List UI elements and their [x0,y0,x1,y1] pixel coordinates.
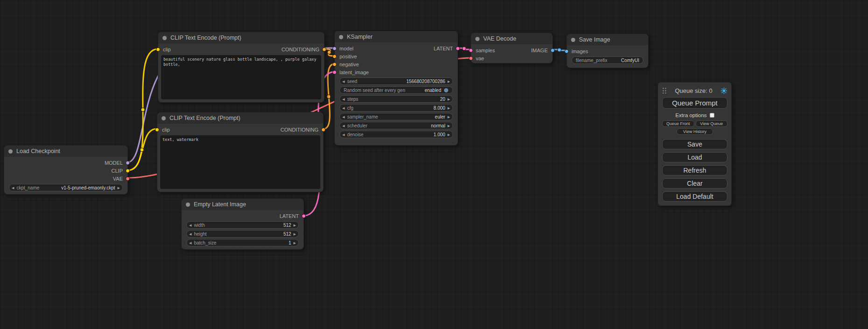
node-save-image[interactable]: Save Image images filename_prefix ComfyU… [566,34,649,68]
toggle-knob-icon[interactable] [444,88,449,93]
drag-handle-icon[interactable] [662,87,667,94]
node-load-checkpoint[interactable]: Load Checkpoint MODEL CLIP VAE ◀ ckpt_na… [4,145,128,195]
widget-random-seed-toggle[interactable]: Random seed after every gen enabled [339,86,453,94]
decrement-arrow-icon[interactable]: ◀ [342,106,345,110]
output-slot-latent[interactable] [302,214,306,218]
slot-row: clip CONDITIONING [157,126,323,133]
node-titlebar[interactable]: VAE Decode [471,33,552,44]
widget-batch-size[interactable]: ◀ batch_size 1 ▶ [186,239,299,246]
widget-seed[interactable]: ◀ seed 156680208700286 ▶ [339,77,453,85]
increment-arrow-icon[interactable]: ▶ [448,133,450,136]
decrement-arrow-icon[interactable]: ◀ [342,124,345,127]
slot-row: latent_image [335,68,458,76]
node-titlebar[interactable]: CLIP Text Encode (Prompt) [157,112,323,124]
increment-arrow-icon[interactable]: ▶ [448,124,450,127]
node-clip-text-encode-negative[interactable]: CLIP Text Encode (Prompt) clip CONDITION… [157,112,324,192]
collapse-toggle-icon[interactable] [571,38,575,42]
node-title: Load Checkpoint [16,148,60,154]
save-button[interactable]: Save [662,139,727,149]
decrement-arrow-icon[interactable]: ◀ [342,80,345,83]
input-label-positive: positive [339,54,357,59]
clear-button[interactable]: Clear [662,178,727,189]
collapse-toggle-icon[interactable] [339,35,343,39]
input-slot-latent-image[interactable] [332,70,337,74]
widget-height[interactable]: ◀ height 512 ▶ [186,230,299,238]
output-slot-vae[interactable] [126,176,130,181]
collapse-toggle-icon[interactable] [162,116,166,120]
input-slot-images[interactable] [565,49,569,53]
widget-label: denoise [347,132,363,137]
collapse-toggle-icon[interactable] [8,149,13,154]
collapse-toggle-icon[interactable] [162,36,167,40]
decrement-arrow-icon[interactable]: ◀ [189,224,191,227]
widget-scheduler[interactable]: ◀ scheduler normal ▶ [339,122,453,129]
widget-label: batch_size [194,240,216,245]
input-slot-positive[interactable] [332,54,337,58]
decrement-arrow-icon[interactable]: ◀ [189,241,191,245]
node-titlebar[interactable]: Save Image [567,34,648,45]
node-vae-decode[interactable]: VAE Decode samples IMAGE vae [471,33,553,63]
widget-cfg[interactable]: ◀ cfg 8.000 ▶ [339,104,453,112]
increment-arrow-icon[interactable]: ▶ [294,241,296,245]
extra-options-row: Extra options [662,112,727,119]
node-clip-text-encode-positive[interactable]: CLIP Text Encode (Prompt) clip CONDITION… [158,32,325,103]
extra-options-checkbox[interactable] [710,113,714,118]
prompt-textarea[interactable]: text, watermark [160,135,320,189]
output-slot-image[interactable] [550,48,555,52]
output-slot-model[interactable] [126,161,130,165]
queue-front-button[interactable]: Queue Front [662,120,694,127]
graph-canvas[interactable]: Load Checkpoint MODEL CLIP VAE ◀ ckpt_na… [0,0,868,329]
input-slot-vae[interactable] [469,56,473,60]
output-slot-latent[interactable] [456,46,460,50]
increment-arrow-icon[interactable]: ▶ [448,115,450,119]
increment-arrow-icon[interactable]: ▶ [448,80,450,83]
refresh-button[interactable]: Refresh [662,165,727,175]
node-ksampler[interactable]: KSampler model LATENT positive negative … [334,31,458,146]
increment-arrow-icon[interactable]: ▶ [294,232,296,236]
increment-arrow-icon[interactable]: ▶ [448,106,450,110]
node-titlebar[interactable]: Empty Latent Image [182,199,303,210]
slot-row: CLIP [4,167,127,175]
decrement-arrow-icon[interactable]: ◀ [189,232,191,236]
input-slot-model[interactable] [332,46,337,50]
view-history-button[interactable]: View History [677,128,713,135]
node-titlebar[interactable]: KSampler [335,31,458,42]
output-slot-clip[interactable] [126,168,130,173]
link-clip-negative [128,129,157,170]
widget-sampler-name[interactable]: ◀ sampler_name euler ▶ [339,113,453,120]
node-titlebar[interactable]: Load Checkpoint [4,146,127,157]
queue-prompt-button[interactable]: Queue Prompt [662,97,727,109]
increment-arrow-icon[interactable]: ▶ [294,224,296,227]
node-titlebar[interactable]: CLIP Text Encode (Prompt) [158,32,324,43]
output-slot-conditioning[interactable] [321,127,325,132]
decrement-arrow-icon[interactable]: ◀ [12,186,14,189]
link-midpoint-dot [140,148,144,152]
increment-arrow-icon[interactable]: ▶ [448,98,450,101]
widget-filename-prefix[interactable]: filename_prefix ComfyUI [572,56,643,64]
output-slot-conditioning[interactable] [322,47,326,51]
queue-panel: Queue size: 0 Queue Prompt Extra options… [658,82,732,206]
increment-arrow-icon[interactable]: ▶ [118,186,120,189]
decrement-arrow-icon[interactable]: ◀ [342,98,345,101]
widget-denoise[interactable]: ◀ denoise 1.000 ▶ [339,131,453,138]
widget-ckpt-name[interactable]: ◀ ckpt_name v1-5-pruned-emaonly.ckpt ▶ [9,184,123,191]
collapse-toggle-icon[interactable] [186,203,190,207]
widget-value: normal [431,123,445,128]
widget-steps[interactable]: ◀ steps 20 ▶ [339,95,453,103]
decrement-arrow-icon[interactable]: ◀ [342,115,345,119]
settings-gear-icon[interactable] [720,87,727,94]
slot-row: images [567,47,648,55]
input-slot-negative[interactable] [332,62,337,66]
prompt-textarea[interactable]: beautiful scenery nature glass bottle la… [161,55,321,99]
load-default-button[interactable]: Load Default [662,191,727,202]
load-button[interactable]: Load [662,152,727,162]
widget-width[interactable]: ◀ width 512 ▶ [186,221,299,229]
decrement-arrow-icon[interactable]: ◀ [342,133,345,136]
collapse-toggle-icon[interactable] [475,37,480,41]
view-queue-button[interactable]: View Queue [696,120,728,127]
input-slot-samples[interactable] [469,48,473,52]
widget-value: ComfyUI [621,58,639,63]
input-slot-clip[interactable] [155,127,159,132]
node-empty-latent-image[interactable]: Empty Latent Image LATENT ◀ width 512 ▶ … [181,198,304,250]
input-slot-clip[interactable] [156,47,160,51]
